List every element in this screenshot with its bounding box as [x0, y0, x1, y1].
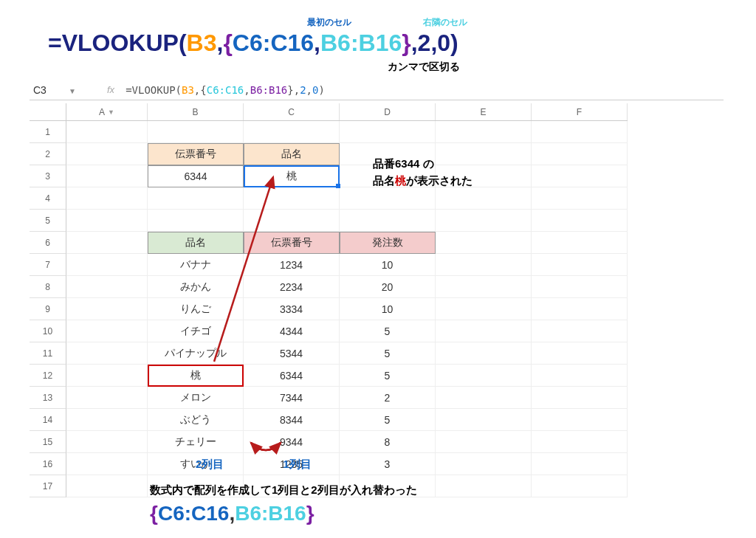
cell[interactable]	[436, 365, 532, 387]
cell[interactable]	[436, 187, 532, 210]
cell-C3-selected[interactable]: 桃	[244, 165, 340, 187]
cell[interactable]: 20	[340, 276, 436, 298]
cell[interactable]	[532, 165, 628, 187]
cell[interactable]	[436, 475, 532, 497]
cell[interactable]	[532, 365, 628, 387]
cell[interactable]: 7344	[244, 387, 340, 409]
cell[interactable]	[532, 453, 628, 475]
name-box[interactable]: C3▼	[30, 84, 96, 96]
cell[interactable]	[436, 409, 532, 431]
cell[interactable]	[66, 365, 148, 387]
cell[interactable]: 5	[340, 342, 436, 365]
cell[interactable]	[436, 276, 532, 298]
cell-momo-highlighted[interactable]: 桃	[148, 365, 244, 387]
cell[interactable]	[66, 276, 148, 298]
cell[interactable]	[532, 276, 628, 298]
cell[interactable]	[436, 342, 532, 365]
cell[interactable]	[66, 165, 148, 187]
cell[interactable]: 1234	[244, 254, 340, 276]
cell-header[interactable]: 伝票番号	[244, 232, 340, 254]
cell[interactable]: 8	[340, 431, 436, 453]
cell[interactable]	[340, 121, 436, 143]
cell[interactable]: 2234	[244, 276, 340, 298]
cell[interactable]	[436, 232, 532, 254]
cell-B3[interactable]: 6344	[148, 165, 244, 187]
cell[interactable]	[244, 187, 340, 210]
cell[interactable]	[436, 210, 532, 232]
cell[interactable]	[66, 409, 148, 431]
row-head[interactable]: 11	[30, 342, 66, 365]
cell[interactable]	[436, 320, 532, 342]
cell[interactable]	[436, 453, 532, 475]
cell[interactable]: 9344	[244, 431, 340, 453]
col-header-C[interactable]: C	[244, 103, 340, 120]
cell[interactable]: 5	[340, 320, 436, 342]
row-head[interactable]: 8	[30, 276, 66, 298]
cell[interactable]	[532, 475, 628, 497]
cell[interactable]	[148, 121, 244, 143]
cell[interactable]	[66, 187, 148, 210]
cell[interactable]	[244, 210, 340, 232]
cell[interactable]: 10	[340, 254, 436, 276]
cell[interactable]	[532, 254, 628, 276]
cell[interactable]: みかん	[148, 276, 244, 298]
cell[interactable]: 5	[340, 409, 436, 431]
cell[interactable]	[532, 187, 628, 210]
cell[interactable]: イチゴ	[148, 320, 244, 342]
cell[interactable]	[532, 320, 628, 342]
cell[interactable]	[436, 431, 532, 453]
cell[interactable]	[66, 298, 148, 320]
cell[interactable]	[66, 254, 148, 276]
cell[interactable]	[532, 298, 628, 320]
cell[interactable]: 6344	[244, 365, 340, 387]
cell[interactable]	[66, 342, 148, 365]
row-head[interactable]: 13	[30, 387, 66, 409]
cell[interactable]	[244, 121, 340, 143]
row-head[interactable]: 4	[30, 187, 66, 210]
row-head[interactable]: 2	[30, 143, 66, 165]
filter-icon[interactable]: ▼	[108, 108, 114, 116]
cell[interactable]: 5344	[244, 342, 340, 365]
col-header-D[interactable]: D	[340, 103, 436, 120]
col-header-E[interactable]: E	[436, 103, 532, 120]
cell[interactable]: ぶどう	[148, 409, 244, 431]
row-head[interactable]: 15	[30, 431, 66, 453]
cell[interactable]	[340, 210, 436, 232]
cell[interactable]: 8344	[244, 409, 340, 431]
cell-header[interactable]: 品名	[148, 232, 244, 254]
row-head[interactable]: 7	[30, 254, 66, 276]
row-head[interactable]: 10	[30, 320, 66, 342]
cell[interactable]	[532, 210, 628, 232]
row-head[interactable]: 12	[30, 365, 66, 387]
cell-header[interactable]: 発注数	[340, 232, 436, 254]
cell[interactable]: 3334	[244, 298, 340, 320]
cell[interactable]: 10	[340, 298, 436, 320]
cell[interactable]	[66, 320, 148, 342]
row-head[interactable]: 3	[30, 165, 66, 187]
cell[interactable]: りんご	[148, 298, 244, 320]
cell[interactable]	[436, 121, 532, 143]
cell[interactable]: 5	[340, 365, 436, 387]
cell[interactable]	[66, 387, 148, 409]
cell[interactable]	[66, 232, 148, 254]
cell[interactable]: 3	[340, 453, 436, 475]
cell[interactable]	[340, 187, 436, 210]
cell[interactable]: チェリー	[148, 431, 244, 453]
cell[interactable]	[66, 121, 148, 143]
cell[interactable]: メロン	[148, 387, 244, 409]
cell[interactable]	[532, 409, 628, 431]
row-head[interactable]: 14	[30, 409, 66, 431]
cell[interactable]	[148, 187, 244, 210]
cell[interactable]: 2	[340, 387, 436, 409]
row-head[interactable]: 17	[30, 475, 66, 497]
cell[interactable]	[532, 232, 628, 254]
cell[interactable]	[436, 298, 532, 320]
cell[interactable]	[66, 143, 148, 165]
cell[interactable]	[66, 210, 148, 232]
cell[interactable]	[532, 387, 628, 409]
cell[interactable]: 4344	[244, 320, 340, 342]
row-head[interactable]: 16	[30, 453, 66, 475]
row-head[interactable]: 6	[30, 232, 66, 254]
cell[interactable]	[66, 431, 148, 453]
cell[interactable]: バナナ	[148, 254, 244, 276]
